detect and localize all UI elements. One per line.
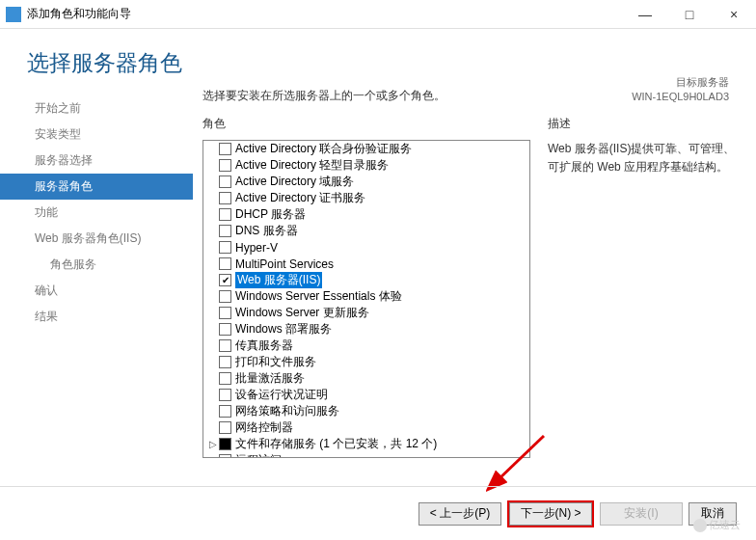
target-server-box: 目标服务器 WIN-1EQL9H0LAD3 xyxy=(632,75,729,105)
role-label: 设备运行状况证明 xyxy=(235,387,328,403)
description-text: Web 服务器(IIS)提供可靠、可管理、可扩展的 Web 应用程序基础结构。 xyxy=(548,140,746,176)
role-checkbox[interactable] xyxy=(219,405,231,418)
role-checkbox[interactable] xyxy=(219,323,231,336)
role-item[interactable]: 远程访问 xyxy=(203,452,529,458)
role-checkbox[interactable] xyxy=(219,143,231,155)
role-checkbox[interactable] xyxy=(219,257,231,270)
sidebar-item-install-type[interactable]: 安装类型 xyxy=(0,122,193,148)
footer: < 上一步(P) 下一步(N) > 安装(I) 取消 xyxy=(0,486,756,540)
role-label: Windows Server 更新服务 xyxy=(235,305,369,321)
sidebar: 开始之前 安装类型 服务器选择 服务器角色 功能 Web 服务器角色(IIS) … xyxy=(0,88,193,464)
role-label: Web 服务器(IIS) xyxy=(235,272,322,288)
role-label: 传真服务器 xyxy=(235,338,293,354)
role-checkbox[interactable] xyxy=(219,389,231,401)
role-item[interactable]: Active Directory 联合身份验证服务 xyxy=(203,141,529,157)
sidebar-item-features[interactable]: 功能 xyxy=(0,200,193,226)
role-item[interactable]: Web 服务器(IIS) xyxy=(203,272,529,288)
description-label: 描述 xyxy=(548,116,746,140)
role-label: Active Directory 轻型目录服务 xyxy=(235,157,389,174)
role-checkbox[interactable] xyxy=(219,307,231,319)
role-item[interactable]: 设备运行状况证明 xyxy=(203,387,529,403)
window-controls: — □ × xyxy=(623,0,756,28)
target-value: WIN-1EQL9H0LAD3 xyxy=(632,90,729,104)
role-checkbox[interactable] xyxy=(219,421,231,434)
header: 选择服务器角色 目标服务器 WIN-1EQL9H0LAD3 xyxy=(0,29,756,88)
role-checkbox[interactable] xyxy=(219,372,231,385)
sidebar-item-role-services[interactable]: 角色服务 xyxy=(0,252,193,278)
role-item[interactable]: 打印和文件服务 xyxy=(203,354,529,370)
role-label: 文件和存储服务 (1 个已安装，共 12 个) xyxy=(235,436,437,452)
role-checkbox[interactable] xyxy=(219,225,231,237)
role-item[interactable]: Windows Server 更新服务 xyxy=(203,305,529,321)
close-button[interactable]: × xyxy=(712,0,756,28)
watermark-logo-icon xyxy=(693,519,707,532)
role-checkbox[interactable] xyxy=(219,274,231,286)
page-title: 选择服务器角色 xyxy=(27,48,729,78)
watermark-text: 亿速云 xyxy=(709,519,741,530)
role-item[interactable]: Windows Server Essentials 体验 xyxy=(203,288,529,305)
role-label: DNS 服务器 xyxy=(235,223,298,239)
role-label: Windows Server Essentials 体验 xyxy=(235,288,402,305)
role-item[interactable]: 网络控制器 xyxy=(203,419,529,436)
role-label: 网络控制器 xyxy=(235,419,293,436)
role-checkbox[interactable] xyxy=(219,208,231,221)
role-item[interactable]: Hyper-V xyxy=(203,239,529,256)
sidebar-item-server-roles[interactable]: 服务器角色 xyxy=(0,174,193,200)
role-item[interactable]: Active Directory 证书服务 xyxy=(203,190,529,206)
role-label: Active Directory 域服务 xyxy=(235,174,354,190)
install-button[interactable]: 安装(I) xyxy=(600,502,683,526)
role-item[interactable]: DNS 服务器 xyxy=(203,223,529,239)
role-label: Windows 部署服务 xyxy=(235,321,332,338)
role-label: Hyper-V xyxy=(235,241,278,255)
role-label: DHCP 服务器 xyxy=(235,206,306,223)
role-checkbox[interactable] xyxy=(219,290,231,303)
role-checkbox[interactable] xyxy=(219,241,231,254)
role-item[interactable]: 批量激活服务 xyxy=(203,370,529,387)
roles-listbox[interactable]: Active Directory 联合身份验证服务Active Director… xyxy=(202,140,530,458)
roles-label: 角色 xyxy=(202,116,530,140)
roles-column: 角色 Active Directory 联合身份验证服务Active Direc… xyxy=(202,116,530,464)
role-item[interactable]: MultiPoint Services xyxy=(203,256,529,272)
titlebar: 添加角色和功能向导 — □ × xyxy=(0,0,756,29)
role-item[interactable]: DHCP 服务器 xyxy=(203,206,529,223)
watermark: 亿速云 xyxy=(693,518,741,532)
sidebar-item-web-server-iis[interactable]: Web 服务器角色(IIS) xyxy=(0,226,193,252)
role-label: Active Directory 联合身份验证服务 xyxy=(235,141,412,157)
role-label: 网络策略和访问服务 xyxy=(235,403,339,419)
minimize-button[interactable]: — xyxy=(623,0,667,28)
description-column: 描述 Web 服务器(IIS)提供可靠、可管理、可扩展的 Web 应用程序基础结… xyxy=(530,116,746,464)
role-item[interactable]: 传真服务器 xyxy=(203,338,529,354)
role-label: 远程访问 xyxy=(235,452,282,458)
maximize-button[interactable]: □ xyxy=(667,0,712,28)
role-checkbox[interactable] xyxy=(219,159,231,172)
previous-button[interactable]: < 上一步(P) xyxy=(418,502,501,526)
role-label: Active Directory 证书服务 xyxy=(235,190,365,206)
role-item[interactable]: Active Directory 域服务 xyxy=(203,174,529,190)
role-item[interactable]: 网络策略和访问服务 xyxy=(203,403,529,419)
sidebar-item-confirmation[interactable]: 确认 xyxy=(0,278,193,304)
role-checkbox[interactable] xyxy=(219,176,231,188)
role-checkbox[interactable] xyxy=(219,339,231,352)
role-item[interactable]: Active Directory 轻型目录服务 xyxy=(203,157,529,174)
role-label: 批量激活服务 xyxy=(235,370,305,387)
role-item[interactable]: ▷文件和存储服务 (1 个已安装，共 12 个) xyxy=(203,436,529,452)
sidebar-item-results[interactable]: 结果 xyxy=(0,304,193,330)
main-panel: 选择要安装在所选服务器上的一个或多个角色。 角色 Active Director… xyxy=(193,88,746,464)
sidebar-item-before-begin[interactable]: 开始之前 xyxy=(0,95,193,122)
role-item[interactable]: Windows 部署服务 xyxy=(203,321,529,338)
window-title: 添加角色和功能向导 xyxy=(27,6,623,22)
role-label: 打印和文件服务 xyxy=(235,354,316,370)
role-checkbox[interactable] xyxy=(219,356,231,368)
expand-icon[interactable]: ▷ xyxy=(207,439,219,449)
role-checkbox[interactable] xyxy=(219,454,231,458)
role-checkbox[interactable] xyxy=(219,192,231,204)
content-area: 开始之前 安装类型 服务器选择 服务器角色 功能 Web 服务器角色(IIS) … xyxy=(0,88,756,464)
sidebar-item-server-selection[interactable]: 服务器选择 xyxy=(0,148,193,174)
next-button[interactable]: 下一步(N) > xyxy=(509,502,592,526)
app-icon xyxy=(6,7,21,22)
role-checkbox[interactable] xyxy=(219,438,231,450)
target-label: 目标服务器 xyxy=(632,75,729,90)
role-label: MultiPoint Services xyxy=(235,257,334,271)
